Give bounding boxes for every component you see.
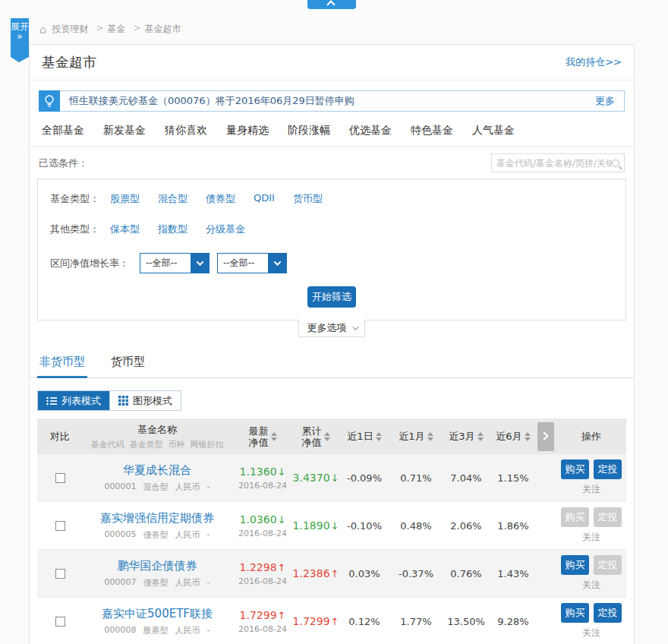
notice-more-link[interactable]: 更多 bbox=[595, 94, 624, 108]
category-tab[interactable]: 阶段涨幅 bbox=[288, 124, 330, 137]
day1-value: 0.03% bbox=[338, 568, 391, 579]
growth-to-value: --全部-- bbox=[218, 254, 268, 273]
fund-name-link[interactable]: 鹏华国企债债券 bbox=[118, 559, 197, 573]
growth-from-select[interactable]: --全部-- bbox=[140, 253, 210, 273]
sort-icon[interactable] bbox=[427, 432, 433, 441]
latest-nav-value: 1.1360 bbox=[240, 466, 286, 478]
category-tab[interactable]: 优选基金 bbox=[349, 124, 392, 137]
fund-table: 对比 基金名称 基金代码基金类型币种网银折扣 最新 净值 累计 净值 bbox=[37, 418, 626, 644]
list-mode-button[interactable]: 列表模式 bbox=[38, 391, 109, 410]
compare-checkbox[interactable] bbox=[55, 473, 65, 483]
fund-type-option[interactable]: QDII bbox=[254, 192, 275, 206]
fund-discount: - bbox=[207, 529, 210, 541]
accum-nav-value: 1.1890 bbox=[293, 519, 339, 532]
sort-icon[interactable] bbox=[525, 432, 531, 441]
result-type-tabs: 非货币型 货币型 bbox=[30, 347, 634, 378]
latest-nav-value: 1.7299 bbox=[240, 609, 286, 621]
table-row: 嘉实增强信用定期债券 000005 债券型 人民币 - 1.0360 2016-… bbox=[37, 502, 626, 550]
other-type-option[interactable]: 保本型 bbox=[110, 223, 140, 236]
table-row: 嘉实中证500ETF联接 000008 股票型 人民币 - 1.7299 201… bbox=[37, 598, 626, 644]
day1-value: 0.12% bbox=[338, 616, 391, 627]
follow-link[interactable]: 关注 bbox=[582, 483, 600, 496]
latest-nav-value: 1.0360 bbox=[240, 513, 286, 526]
header-accum-nav[interactable]: 累计 净值 bbox=[294, 425, 338, 448]
fund-type-option[interactable]: 股票型 bbox=[110, 192, 140, 206]
compare-checkbox[interactable] bbox=[55, 569, 65, 579]
follow-link[interactable]: 关注 bbox=[582, 579, 600, 592]
header-month6[interactable]: 近6月 bbox=[491, 430, 535, 444]
fund-currency: 人民币 bbox=[175, 577, 200, 589]
start-filter-button[interactable]: 开始筛选 bbox=[307, 286, 356, 308]
fund-supermarket-panel: 基金超市 我的持仓>> 恒生联接美元钞基金（000076）将于2016年06月2… bbox=[29, 44, 635, 644]
follow-link[interactable]: 关注 bbox=[582, 627, 600, 639]
result-type-tab[interactable]: 非货币型 bbox=[37, 347, 87, 378]
category-tab[interactable]: 人气基金 bbox=[472, 124, 515, 137]
header-month3[interactable]: 近3月 bbox=[441, 430, 491, 444]
sort-icon[interactable] bbox=[376, 432, 382, 441]
fund-name-link[interactable]: 嘉实增强信用定期债券 bbox=[100, 511, 214, 526]
invest-button[interactable]: 定投 bbox=[594, 459, 622, 479]
category-tab[interactable]: 猜你喜欢 bbox=[165, 124, 207, 137]
month3-value: 0.76% bbox=[441, 568, 491, 579]
accum-nav-value: 3.4370 bbox=[293, 472, 339, 484]
search-icon[interactable] bbox=[612, 159, 619, 167]
header-latest-nav[interactable]: 最新 净值 bbox=[232, 425, 294, 448]
sort-icon[interactable] bbox=[271, 432, 277, 441]
fund-type-option[interactable]: 混合型 bbox=[158, 192, 187, 206]
header-action: 操作 bbox=[556, 430, 626, 444]
fund-type-option[interactable]: 债券型 bbox=[206, 192, 235, 206]
category-tab[interactable]: 全部基金 bbox=[42, 124, 84, 137]
month3-value: 7.04% bbox=[441, 472, 491, 484]
breadcrumb-separator: > bbox=[96, 23, 104, 36]
sort-icon[interactable] bbox=[324, 432, 330, 441]
fund-search-box bbox=[491, 153, 625, 172]
next-columns-button[interactable] bbox=[537, 422, 554, 451]
other-type-option[interactable]: 指数型 bbox=[158, 223, 187, 236]
sort-icon[interactable] bbox=[477, 432, 484, 441]
buy-button[interactable]: 购买 bbox=[561, 603, 589, 623]
category-tab[interactable]: 量身精选 bbox=[226, 124, 269, 137]
follow-link[interactable]: 关注 bbox=[582, 531, 600, 544]
compare-checkbox[interactable] bbox=[55, 521, 65, 531]
chevron-down-icon bbox=[191, 254, 209, 273]
result-type-tab[interactable]: 货币型 bbox=[109, 347, 147, 378]
fund-currency: 人民币 bbox=[175, 481, 200, 493]
my-holdings-link[interactable]: 我的持仓>> bbox=[566, 55, 622, 69]
breadcrumb-item[interactable]: 基金超市 bbox=[145, 23, 181, 36]
fund-name-link[interactable]: 华夏成长混合 bbox=[123, 463, 191, 478]
list-mode-label: 列表模式 bbox=[61, 394, 101, 408]
invest-button[interactable]: 定投 bbox=[594, 555, 622, 575]
grid-mode-button[interactable]: 图形模式 bbox=[109, 391, 181, 410]
header-fund-name-sub: 基金代码 bbox=[91, 439, 124, 450]
growth-to-select[interactable]: --全部-- bbox=[217, 253, 287, 273]
growth-from-value: --全部-- bbox=[140, 254, 191, 273]
compare-checkbox[interactable] bbox=[55, 617, 65, 627]
buy-button[interactable]: 购买 bbox=[561, 459, 589, 479]
month1-value: 0.48% bbox=[391, 520, 441, 532]
buy-button[interactable]: 购买 bbox=[561, 507, 589, 527]
header-month1[interactable]: 近1月 bbox=[391, 430, 441, 444]
fund-type-option[interactable]: 货币型 bbox=[293, 192, 323, 206]
notice-link[interactable]: 恒生联接美元钞基金（000076）将于2016年06月29日暂停申购 bbox=[60, 94, 595, 108]
list-icon bbox=[46, 396, 57, 406]
invest-button[interactable]: 定投 bbox=[594, 507, 622, 527]
fund-search-input[interactable] bbox=[496, 158, 612, 169]
invest-button[interactable]: 定投 bbox=[594, 603, 622, 623]
page-title: 基金超市 bbox=[42, 53, 96, 71]
bulb-icon bbox=[39, 90, 60, 112]
home-icon: ⌂ bbox=[39, 25, 47, 34]
category-tab[interactable]: 新发基金 bbox=[103, 124, 146, 137]
breadcrumb-item[interactable]: 基金 bbox=[108, 23, 126, 36]
more-options-button[interactable]: 更多选项 bbox=[298, 320, 365, 337]
breadcrumb-item[interactable]: 投资理财 bbox=[52, 23, 89, 36]
category-tab[interactable]: 特色基金 bbox=[411, 124, 453, 137]
fund-type-label: 基金类型： bbox=[50, 192, 99, 206]
notice-bar: 恒生联接美元钞基金（000076）将于2016年06月29日暂停申购 更多 bbox=[39, 90, 625, 112]
other-type-option[interactable]: 分级基金 bbox=[206, 223, 245, 236]
fund-name-link[interactable]: 嘉实中证500ETF联接 bbox=[102, 607, 213, 621]
view-mode-row: 列表模式 图形模式 bbox=[30, 378, 634, 418]
buy-button[interactable]: 购买 bbox=[561, 555, 589, 575]
fund-type: 混合型 bbox=[143, 481, 169, 493]
header-day1[interactable]: 近1日 bbox=[338, 430, 391, 444]
month3-value: 2.06% bbox=[441, 520, 491, 532]
